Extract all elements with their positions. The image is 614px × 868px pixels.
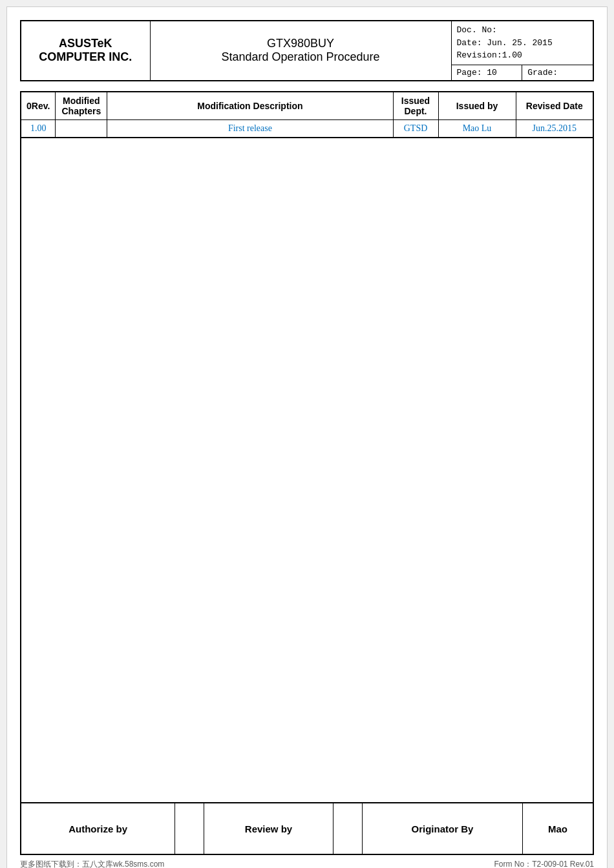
issued-dept-header: Issued Dept. (393, 92, 438, 120)
authorize-by-cell: Authorize by (21, 803, 175, 854)
issued-by-header: Issued by (438, 92, 516, 120)
revision-label: Revision:1.00 (457, 49, 588, 62)
header-table: ASUSTeK COMPUTER INC. GTX980BUY Standard… (20, 20, 594, 81)
document-page: ASUSTeK COMPUTER INC. GTX980BUY Standard… (6, 6, 608, 868)
originator-by-cell: Originator By (362, 803, 522, 854)
header-info-cell: Doc. No: Date: Jun. 25. 2015 Revision:1.… (451, 21, 593, 81)
date-label: Date: Jun. 25. 2015 (457, 37, 588, 50)
bottom-left-text: 更多图纸下载到：五八文库wk.58sms.com (20, 859, 164, 868)
doc-title-line2: Standard Operation Procedure (157, 50, 445, 64)
revision-table: 0Rev. Modified Chapters Modification Des… (20, 91, 594, 138)
footer-table: Authorize by Review by Originator By Mao (20, 802, 594, 855)
rev-header: 0Rev. (21, 92, 56, 120)
revised-date-header: Revised Date (516, 92, 593, 120)
bottom-bar: 更多图纸下载到：五八文库wk.58sms.com Form No：T2-009-… (7, 855, 607, 868)
grade-label: Grade: (522, 65, 593, 80)
company-name-cell: ASUSTeK COMPUTER INC. (21, 21, 150, 81)
revision-rev-cell: 1.00 (21, 119, 56, 138)
revision-header-row: 0Rev. Modified Chapters Modification Des… (21, 92, 593, 120)
review-by-cell: Review by (204, 803, 333, 854)
doc-no-label: Doc. No: (457, 24, 588, 37)
authorize-by-name-cell (175, 803, 204, 854)
revision-issued_by-cell: Mao Lu (438, 119, 516, 138)
main-content-area (20, 138, 594, 803)
document-title-cell: GTX980BUY Standard Operation Procedure (150, 21, 451, 81)
bottom-right-text: Form No：T2-009-01 Rev.01 (494, 859, 595, 868)
doc-no: Doc. No: Date: Jun. 25. 2015 Revision:1.… (452, 21, 593, 65)
revision-issued_dept-cell: GTSD (393, 119, 438, 138)
description-header: Modification Description (107, 92, 393, 120)
originator-name-cell: Mao (523, 803, 593, 854)
modified-header: Modified Chapters (56, 92, 107, 120)
footer-row: Authorize by Review by Originator By Mao (21, 803, 593, 854)
revision-description-cell: First release (107, 119, 393, 138)
doc-title-line1: GTX980BUY (157, 37, 445, 50)
revision-revised_date-cell: Jun.25.2015 (516, 119, 593, 138)
header-info-bottom: Page: 10 Grade: (452, 65, 593, 80)
page-label: Page: 10 (452, 65, 523, 80)
review-by-name-cell (333, 803, 363, 854)
revision-data-row: 1.00First releaseGTSDMao LuJun.25.2015 (21, 119, 593, 138)
revision-modified-cell (56, 119, 107, 138)
company-name: ASUSTeK COMPUTER INC. (39, 37, 132, 63)
